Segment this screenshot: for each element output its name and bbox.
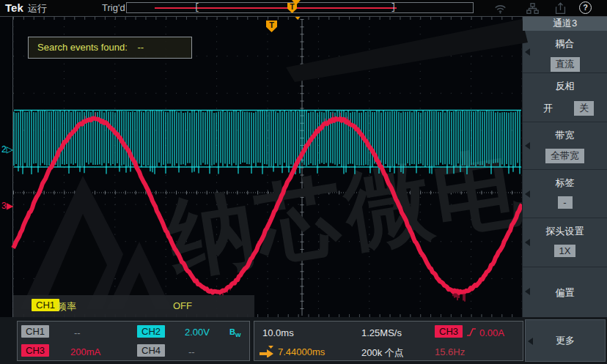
- ch2-badge[interactable]: CH2: [137, 325, 165, 338]
- side-menu-channel3: 通道3 耦合 直流 反相 开 关 带宽 全带宽 标签 - 探头设置 1X: [522, 16, 607, 317]
- wifi-icon[interactable]: [494, 2, 507, 15]
- menu-item-bandwidth[interactable]: 带宽 全带宽: [523, 122, 607, 170]
- trigger-source-badge[interactable]: CH3: [435, 325, 463, 338]
- waveform-display: T 2▷ 3▶ Search events found: -- CH1 频率 O…: [0, 16, 522, 317]
- ch4-badge[interactable]: CH4: [137, 344, 165, 357]
- bandwidth-label: 带宽: [523, 122, 607, 142]
- ch2-scale-value: 2.00V: [185, 327, 210, 338]
- trigger-status: Trig'd: [102, 2, 125, 13]
- window-left-bracket: [: [194, 2, 199, 12]
- record-extent-line: [155, 7, 397, 9]
- ch2-marker-number: 2: [1, 144, 7, 155]
- record-length-value: 200k 个点: [361, 346, 404, 360]
- menu-item-offset[interactable]: 偏置: [523, 267, 607, 316]
- menu-arrow-icon: [525, 239, 530, 246]
- horizontal-delay-value: 7.44000ms: [278, 346, 325, 357]
- ch3-badge[interactable]: CH3: [21, 344, 49, 357]
- coupling-label: 耦合: [523, 31, 607, 51]
- waveform-traces: [0, 16, 522, 317]
- ch2-bandwidth-limit-icon: BW: [229, 327, 241, 338]
- ch3-position-marker[interactable]: 3▶: [1, 201, 13, 210]
- tag-value[interactable]: -: [558, 196, 573, 209]
- tag-label: 标签: [523, 170, 607, 190]
- ch2-position-marker[interactable]: 2▷: [1, 145, 13, 154]
- search-events-banner: Search events found: --: [28, 37, 192, 59]
- channel-readout-panel: CH1 -- CH2 2.00V BW CH3 200mA CH4 --: [17, 321, 250, 361]
- export-icon[interactable]: [554, 2, 567, 15]
- invert-on-option[interactable]: 开: [543, 102, 553, 115]
- menu-item-more[interactable]: 更多: [525, 319, 606, 362]
- menu-item-tag[interactable]: 标签 -: [523, 170, 607, 218]
- coupling-value[interactable]: 直流: [551, 57, 580, 72]
- trigger-marker-top-icon: [292, 0, 301, 5]
- help-icon[interactable]: ?: [579, 1, 592, 14]
- search-events-label: Search events found:: [37, 42, 128, 53]
- measurement-bar[interactable]: CH1 频率 OFF: [13, 295, 254, 317]
- trigger-frequency-value: 15.6Hz: [435, 346, 465, 357]
- ch3-marker-number: 3: [1, 201, 7, 211]
- ch2-marker-arrow-icon: ▷: [7, 144, 13, 155]
- time-scale-value: 10.0ms: [262, 327, 294, 338]
- ch3-marker-arrow-icon: ▶: [7, 201, 13, 211]
- search-events-count: --: [137, 42, 144, 53]
- trigger-level-value: 0.00A: [479, 327, 504, 338]
- sample-rate-value: 1.25MS/s: [361, 327, 402, 338]
- window-right-bracket: ]: [391, 2, 396, 12]
- invert-label: 反相: [523, 73, 607, 93]
- measurement-type-label: 频率: [57, 300, 76, 313]
- menu-item-coupling[interactable]: 耦合 直流: [523, 31, 607, 73]
- menu-arrow-icon: [525, 190, 530, 198]
- top-status-bar: Tek 运行 Trig'd [ ] T ?: [0, 0, 607, 17]
- menu-item-invert[interactable]: 反相 开 关: [523, 73, 607, 122]
- bandwidth-value[interactable]: 全带宽: [545, 149, 584, 163]
- measurement-channel-badge[interactable]: CH1: [32, 299, 59, 311]
- network-icon[interactable]: [526, 2, 539, 15]
- trigger-slope-rising-icon: [466, 327, 477, 338]
- delay-arrow-icon: [259, 345, 276, 357]
- oscilloscope-screen: Tek 运行 Trig'd [ ] T ?: [0, 0, 607, 364]
- ch4-scale-value: --: [188, 346, 195, 357]
- invert-off-option[interactable]: 关: [574, 101, 594, 116]
- horizontal-trigger-panel: 10.0ms 1.25MS/s CH3 0.00A 7.44000ms 200k…: [254, 321, 523, 361]
- more-label: 更多: [526, 320, 605, 361]
- probe-label: 探头设置: [523, 218, 607, 238]
- measurement-value: OFF: [173, 300, 192, 311]
- side-menu-title: 通道3: [523, 16, 607, 31]
- ch1-badge[interactable]: CH1: [21, 325, 49, 338]
- ch1-scale-value: --: [74, 327, 81, 338]
- tek-logo: Tek: [5, 1, 23, 14]
- probe-value[interactable]: 1X: [554, 245, 576, 257]
- ch3-scale-value: 200mA: [70, 346, 100, 357]
- menu-item-probe[interactable]: 探头设置 1X: [523, 218, 607, 267]
- offset-label: 偏置: [523, 267, 607, 300]
- bottom-status-strip: CH1 -- CH2 2.00V BW CH3 200mA CH4 -- 10.…: [0, 317, 607, 364]
- menu-arrow-icon: [525, 142, 530, 149]
- acquisition-status: 运行: [28, 2, 47, 15]
